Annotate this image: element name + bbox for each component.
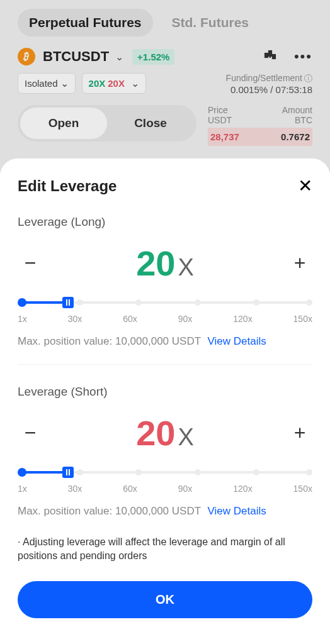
long-view-details-link[interactable]: View Details [207, 335, 266, 347]
long-leverage-value: 20X [136, 243, 194, 284]
short-leverage-value: 20X [136, 413, 194, 453]
ok-button[interactable]: OK [18, 581, 312, 618]
long-max-position: Max. position value: 10,000,000 USDT Vie… [18, 335, 312, 348]
close-icon[interactable]: ✕ [298, 177, 312, 195]
short-leverage-slider[interactable] [18, 467, 312, 477]
modal-title: Edit Leverage [18, 177, 117, 195]
long-slider-thumb[interactable] [62, 297, 74, 308]
edit-leverage-modal: Edit Leverage ✕ Leverage (Long) − 20X + … [0, 158, 330, 644]
leverage-long-label: Leverage (Long) [18, 215, 312, 229]
short-view-details-link[interactable]: View Details [207, 505, 266, 517]
short-max-position: Max. position value: 10,000,000 USDT Vie… [18, 505, 312, 518]
short-plus-button[interactable]: + [287, 421, 312, 445]
leverage-warning-note: · Adjusting leverage will affect the lev… [18, 535, 312, 564]
long-plus-button[interactable]: + [287, 252, 312, 275]
long-leverage-slider[interactable] [18, 297, 312, 308]
long-minus-button[interactable]: − [18, 252, 43, 275]
long-slider-ticks: 1x30x60x90x120x150x [18, 314, 312, 324]
leverage-short-label: Leverage (Short) [18, 385, 312, 399]
short-slider-ticks: 1x30x60x90x120x150x [18, 484, 312, 494]
short-slider-thumb[interactable] [62, 467, 74, 478]
short-minus-button[interactable]: − [18, 421, 43, 445]
